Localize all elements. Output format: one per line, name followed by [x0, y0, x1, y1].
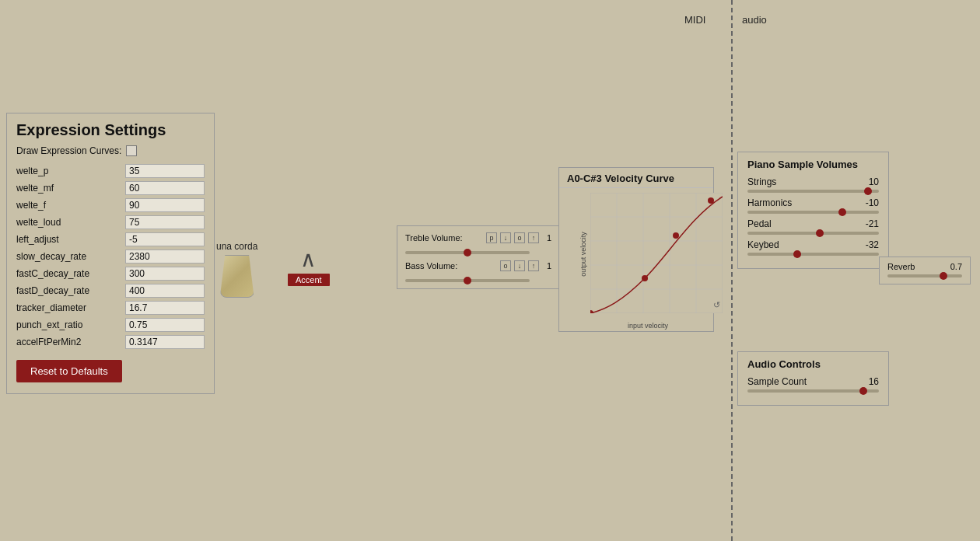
audio-control-slider-track: [747, 389, 879, 393]
midi-label: MIDI: [684, 14, 705, 26]
piano-vol-knob[interactable]: [838, 208, 846, 216]
param-value-cell: [125, 197, 205, 214]
piano-vol-knob[interactable]: [816, 229, 824, 237]
param-name: welte_p: [16, 162, 125, 180]
reverb-knob[interactable]: [940, 272, 947, 280]
param-row: welte_p: [16, 162, 205, 180]
param-input[interactable]: [125, 250, 205, 264]
piano-sample-volumes-panel: Piano Sample Volumes Strings 10 Harmonic…: [737, 152, 889, 269]
param-input[interactable]: [125, 284, 205, 298]
accent-area: ∧ Accent: [288, 249, 330, 286]
piano-volume-item: Strings 10: [747, 176, 879, 193]
treble-o-button[interactable]: o: [514, 232, 525, 243]
svg-point-11: [673, 232, 679, 239]
param-value-cell: [125, 231, 205, 248]
param-row: punch_ext_ratio: [16, 316, 205, 333]
param-value-cell: [125, 299, 205, 316]
treble-volume-label: Treble Volume:: [405, 233, 483, 243]
reverb-label: Reverb: [887, 262, 915, 271]
param-name: welte_f: [16, 197, 125, 214]
bass-o-button[interactable]: o: [500, 260, 511, 271]
reset-defaults-button[interactable]: Reset to Defaults: [16, 360, 122, 382]
piano-volumes-title: Piano Sample Volumes: [747, 159, 879, 170]
una-corda-area: una corda: [216, 241, 257, 298]
bass-volume-label: Bass Volume:: [405, 261, 497, 270]
piano-vol-item-value: -10: [866, 197, 879, 208]
velocity-y-label: output velocity: [579, 232, 587, 277]
piano-vol-slider-track: [747, 211, 879, 214]
treble-p-button[interactable]: p: [486, 232, 497, 243]
una-corda-pedal[interactable]: [220, 255, 254, 298]
expression-settings-panel: Expression Settings Draw Expression Curv…: [6, 113, 215, 394]
piano-vol-item-label: Keybed: [747, 239, 779, 250]
audio-control-value: 16: [869, 376, 879, 387]
una-corda-label: una corda: [216, 241, 257, 252]
param-input[interactable]: [125, 318, 205, 332]
piano-vol-item-label: Strings: [747, 176, 776, 187]
piano-vol-item-value: 10: [869, 176, 879, 187]
param-input[interactable]: [125, 198, 205, 212]
param-name: tracker_diameter: [16, 299, 125, 316]
piano-vol-slider-track: [747, 190, 879, 193]
piano-vol-knob[interactable]: [864, 187, 872, 195]
accent-button[interactable]: Accent: [288, 274, 330, 286]
piano-vol-item-value: -32: [866, 239, 879, 250]
param-input[interactable]: [125, 164, 205, 178]
param-value-cell: [125, 282, 205, 299]
midi-audio-divider: [731, 0, 733, 541]
draw-curves-checkbox[interactable]: [126, 145, 137, 156]
audio-label: audio: [742, 14, 767, 26]
piano-vol-slider-track: [747, 232, 879, 235]
velocity-chart: ↺: [590, 193, 723, 313]
param-name: slow_decay_rate: [16, 248, 125, 265]
draw-curves-label: Draw Expression Curves:: [16, 145, 121, 156]
draw-curves-row: Draw Expression Curves:: [16, 145, 205, 156]
param-row: tracker_diameter: [16, 299, 205, 316]
reverb-panel: Reverb 0.7: [879, 257, 971, 284]
reverb-slider-track: [887, 274, 962, 277]
treble-volume-value: 1: [542, 233, 551, 243]
svg-point-12: [708, 197, 714, 204]
audio-controls-panel: Audio Controls Sample Count 16: [737, 351, 889, 406]
piano-volume-rows: Strings 10 Harmonics -10 Pedal -21 Keybe…: [747, 176, 879, 256]
param-name: punch_ext_ratio: [16, 316, 125, 333]
param-row: welte_f: [16, 197, 205, 214]
param-value-cell: [125, 248, 205, 265]
bass-up-button[interactable]: ↑: [528, 260, 539, 271]
bass-volume-knob[interactable]: [464, 277, 471, 284]
param-input[interactable]: [125, 215, 205, 229]
param-input[interactable]: [125, 335, 205, 349]
param-row: fastC_decay_rate: [16, 265, 205, 282]
audio-control-rows: Sample Count 16: [747, 376, 879, 393]
piano-volume-item: Harmonics -10: [747, 197, 879, 214]
param-value-cell: [125, 214, 205, 231]
piano-vol-knob[interactable]: [793, 250, 801, 258]
param-value-cell: [125, 162, 205, 180]
piano-volume-item: Keybed -32: [747, 239, 879, 256]
svg-text:↺: ↺: [713, 300, 720, 309]
param-row: fastD_decay_rate: [16, 282, 205, 299]
treble-up-button[interactable]: ↑: [528, 232, 539, 243]
param-value-cell: [125, 265, 205, 282]
accent-chevron-icon: ∧: [300, 249, 317, 270]
param-row: welte_mf: [16, 180, 205, 197]
reverb-value: 0.7: [950, 262, 962, 271]
piano-vol-slider-track: [747, 253, 879, 256]
piano-volume-item: Pedal -21: [747, 218, 879, 235]
treble-down-button[interactable]: ↓: [500, 232, 511, 243]
svg-rect-0: [590, 193, 723, 313]
bass-volume-track: [405, 279, 530, 282]
audio-control-label: Sample Count: [747, 376, 807, 387]
param-input[interactable]: [125, 301, 205, 315]
param-input[interactable]: [125, 232, 205, 246]
bass-volume-value: 1: [542, 261, 551, 270]
param-value-cell: [125, 333, 205, 351]
param-row: left_adjust: [16, 231, 205, 248]
expression-title: Expression Settings: [16, 121, 205, 139]
treble-volume-knob[interactable]: [464, 249, 471, 257]
param-input[interactable]: [125, 181, 205, 195]
bass-down-button[interactable]: ↓: [514, 260, 525, 271]
param-input[interactable]: [125, 267, 205, 281]
audio-control-knob[interactable]: [859, 387, 867, 395]
bass-volume-row: Bass Volume: o ↓ ↑ 1: [405, 260, 551, 282]
